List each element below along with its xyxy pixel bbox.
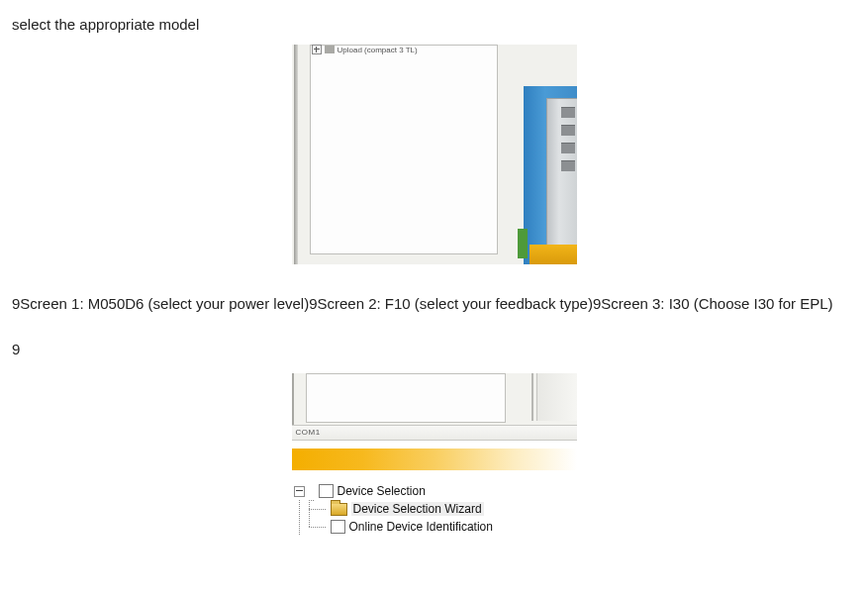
tree-expand-icon <box>312 45 322 54</box>
tree-node-icon <box>325 46 335 53</box>
tree-child-online-label: Online Device Identification <box>349 520 493 534</box>
drive-green-tab <box>518 229 528 258</box>
drive-slot <box>561 143 575 153</box>
tree-root-label: Device Selection <box>338 484 426 498</box>
tree-branch <box>309 500 327 518</box>
tree-branch <box>309 518 327 536</box>
drive-module <box>546 98 577 246</box>
drive-base-plate <box>530 245 577 264</box>
tree-child-wizard-label: Device Selection Wizard <box>351 502 484 516</box>
tree-branch <box>294 500 305 518</box>
tree-child-row[interactable]: Device Selection Wizard <box>294 500 493 518</box>
page-icon <box>331 520 345 534</box>
page-icon <box>319 484 334 498</box>
drive-slot <box>561 125 575 136</box>
figure1-tree-caption-row: Upload (compact 3 TL) <box>312 45 470 56</box>
drive-slot <box>561 160 575 171</box>
gradient-header-bar <box>292 449 577 470</box>
tree-root-row[interactable]: Device Selection <box>294 482 493 500</box>
figure2: COM1 Device Selection Device Selection W… <box>292 373 577 546</box>
figure1-device-area <box>514 86 577 264</box>
tree-child-row[interactable]: Online Device Identification <box>294 518 493 536</box>
device-selection-tree: Device Selection Device Selection Wizard… <box>294 482 493 536</box>
screens-paragraph: 9Screen 1: M050D6 (select your power lev… <box>12 292 868 315</box>
status-bar: COM1 <box>292 425 577 441</box>
tree-branch <box>294 518 305 536</box>
figure2-container: COM1 Device Selection Device Selection W… <box>12 357 856 546</box>
folder-open-icon <box>331 503 347 516</box>
figure2-right-cap <box>536 373 577 421</box>
list-marker-nine: 9 <box>12 341 856 357</box>
com-port-label: COM1 <box>296 428 321 437</box>
figure1: Upload (compact 3 TL) <box>292 45 577 264</box>
figure1-container: Upload (compact 3 TL) <box>12 41 856 282</box>
tree-collapse-icon[interactable] <box>294 486 305 497</box>
figure2-divider <box>531 373 533 421</box>
instruction-heading: select the appropriate model <box>12 16 856 33</box>
figure1-left-edge <box>294 45 298 264</box>
figure1-tree-caption: Upload (compact 3 TL) <box>338 46 418 54</box>
figure1-tree-pane <box>310 45 498 254</box>
drive-slot <box>561 107 575 118</box>
figure2-inner-pane <box>306 373 506 423</box>
